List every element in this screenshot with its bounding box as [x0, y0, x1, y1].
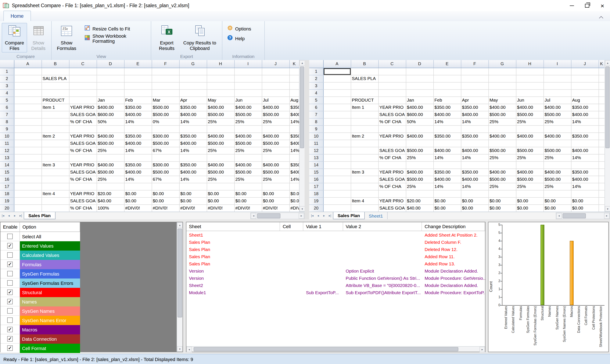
cell-A9[interactable]	[323, 125, 351, 132]
cell-E14[interactable]: $350.00	[124, 161, 152, 169]
cell-E20[interactable]: #DIV/0!	[124, 204, 152, 212]
result-row-8[interactable]: Sheet2Attribute VB_Base = "0{00020820-0.…	[186, 282, 485, 289]
cell-K5[interactable]: Aug	[289, 96, 299, 104]
cell-B10[interactable]: Item 2	[351, 132, 378, 140]
file2-tab-next-icon[interactable]: ▸	[321, 212, 327, 219]
cell-F17[interactable]: 14%	[461, 183, 488, 190]
column-header-C[interactable]: C	[69, 60, 96, 68]
cell-I17[interactable]: 25%	[543, 183, 571, 190]
cell-G2[interactable]	[488, 75, 516, 82]
cell-A11[interactable]	[14, 140, 41, 147]
cell-E9[interactable]	[433, 125, 461, 132]
cell-B3[interactable]	[351, 82, 378, 89]
cell-H20[interactable]: #DIV/0!	[207, 204, 234, 212]
cell-E16[interactable]: $400.00	[433, 176, 461, 183]
row-header-15[interactable]: 15	[0, 169, 14, 176]
cell-B10[interactable]: Item 2	[41, 132, 69, 140]
cell-K7[interactable]	[598, 111, 605, 118]
ribbon-collapse-button[interactable]	[597, 13, 606, 21]
scroll-up-icon[interactable]: ▴	[605, 60, 610, 65]
cell-D4[interactable]	[96, 89, 124, 96]
column-header-J[interactable]: J	[262, 60, 289, 68]
cell-D8[interactable]: 50%	[96, 118, 124, 125]
cell-E19[interactable]: $0.00	[124, 197, 152, 204]
cell-B16[interactable]	[351, 176, 378, 183]
results-header-cell[interactable]: Cell	[280, 222, 303, 231]
cell-I18[interactable]	[543, 190, 571, 197]
cell-A16[interactable]	[323, 176, 351, 183]
cell-J8[interactable]: 14%	[571, 118, 598, 125]
cell-K2[interactable]	[289, 75, 299, 82]
row-header-3[interactable]: 3	[309, 82, 323, 89]
cell-K17[interactable]	[289, 183, 299, 190]
checkbox-cell-format[interactable]: ✓	[7, 345, 13, 351]
row-header-10[interactable]: 10	[309, 132, 323, 140]
scroll-right-icon[interactable]: ▸	[604, 213, 610, 219]
option-row-data-connection[interactable]: ✓Data Connection	[0, 334, 80, 344]
cell-B7[interactable]	[41, 111, 69, 118]
cell-H7[interactable]: $500.00	[516, 111, 543, 118]
cell-C6[interactable]: YEAR PRIO	[378, 104, 406, 111]
scrollbar-thumb[interactable]	[177, 229, 182, 317]
cell-E17[interactable]: 14%	[433, 183, 461, 190]
cell-J7[interactable]: $400.00	[571, 111, 598, 118]
cell-H7[interactable]: $500.00	[207, 111, 234, 118]
row-header-15[interactable]: 15	[309, 169, 323, 176]
cell-A13[interactable]	[323, 154, 351, 161]
cell-A6[interactable]	[323, 104, 351, 111]
scroll-down-icon[interactable]: ▾	[299, 206, 305, 212]
cell-J20[interactable]: $0.00	[571, 204, 598, 212]
cell-J1[interactable]	[571, 68, 598, 75]
cell-H3[interactable]	[516, 82, 543, 89]
cell-B19[interactable]	[41, 197, 69, 204]
cell-D7[interactable]: $600.00	[406, 111, 433, 118]
cell-D3[interactable]	[406, 82, 433, 89]
cell-I13[interactable]	[234, 154, 262, 161]
column-header-A[interactable]: A	[14, 60, 41, 68]
file2-tab-prev-icon[interactable]: ◂	[315, 212, 321, 219]
cell-E15[interactable]: $350.00	[433, 169, 461, 176]
cell-I17[interactable]	[234, 183, 262, 190]
cell-D9[interactable]	[96, 125, 124, 132]
cell-H9[interactable]	[516, 125, 543, 132]
cell-C3[interactable]	[378, 82, 406, 89]
scroll-down-icon[interactable]: ▾	[177, 346, 183, 352]
column-header-H[interactable]: H	[516, 60, 543, 68]
cell-B9[interactable]	[41, 125, 69, 132]
cell-J11[interactable]: $500.00	[262, 140, 289, 147]
cell-D3[interactable]	[96, 82, 124, 89]
cell-B3[interactable]	[41, 82, 69, 89]
cell-A17[interactable]	[14, 183, 41, 190]
cell-B11[interactable]	[351, 140, 378, 147]
cell-F20[interactable]: #DIV/0!	[152, 204, 179, 212]
option-row-sysgen-names-error[interactable]: SysGen Names Error	[0, 316, 80, 325]
row-header-8[interactable]: 8	[0, 118, 14, 125]
cell-H2[interactable]	[516, 75, 543, 82]
row-header-5[interactable]: 5	[0, 96, 14, 104]
option-row-formulas[interactable]: ✓Formulas	[0, 260, 80, 269]
cell-I11[interactable]	[543, 140, 571, 147]
cell-E10[interactable]: $350.00	[433, 132, 461, 140]
cell-H5[interactable]: May	[207, 96, 234, 104]
cell-K9[interactable]	[598, 125, 605, 132]
row-header-12[interactable]: 12	[0, 147, 14, 154]
cell-B15[interactable]	[41, 169, 69, 176]
cell-G20[interactable]: #DIV/0!	[179, 204, 207, 212]
file2-horizontal-scrollbar[interactable]: ◂ ▸	[556, 212, 610, 219]
cell-H12[interactable]: $500.00	[516, 147, 543, 154]
column-header-G[interactable]: G	[179, 60, 207, 68]
cell-D1[interactable]	[96, 68, 124, 75]
cell-F12[interactable]: $400.00	[461, 147, 488, 154]
checkbox-structural[interactable]: ✓	[7, 289, 13, 295]
cell-J15[interactable]: $350.00	[571, 169, 598, 176]
cell-I8[interactable]: 25%	[543, 118, 571, 125]
cell-B9[interactable]	[351, 125, 378, 132]
cell-C4[interactable]	[378, 89, 406, 96]
cell-C11[interactable]	[378, 140, 406, 147]
cell-G17[interactable]	[179, 183, 207, 190]
cell-I4[interactable]	[543, 89, 571, 96]
cell-G14[interactable]: $350.00	[179, 161, 207, 169]
row-header-18[interactable]: 18	[0, 190, 14, 197]
cell-K4[interactable]	[598, 89, 605, 96]
results-header-value-2[interactable]: Value 2	[343, 222, 422, 231]
